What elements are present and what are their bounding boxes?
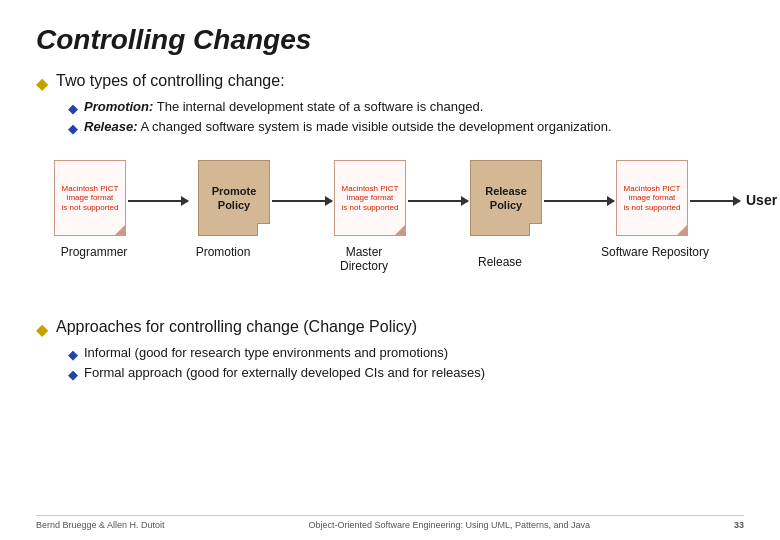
footer-center: Object-Oriented Software Engineering: Us… — [308, 520, 590, 530]
user-label: User — [746, 192, 777, 208]
slide: Controlling Changes ◆ Two types of contr… — [0, 0, 780, 540]
footer-right: 33 — [734, 520, 744, 530]
diamond-icon-2: ◆ — [36, 320, 48, 339]
sub-bullet-3-text: Informal (good for research type environ… — [84, 345, 448, 360]
sub-bullets-1: ◆ Promotion: The internal development st… — [68, 99, 744, 136]
release-policy-line1: Release — [485, 184, 527, 198]
bullet1-container: ◆ Two types of controlling change: — [36, 72, 744, 93]
diamond-icon-1: ◆ — [36, 74, 48, 93]
software-repo-label: Software Repository — [600, 245, 710, 259]
slide-title: Controlling Changes — [36, 24, 744, 56]
master-dir-label: Master Directory — [324, 245, 404, 273]
promotion-label: Promotion — [188, 245, 258, 259]
arrow-5 — [690, 200, 740, 202]
footer-left: Bernd Bruegge & Allen H. Dutoit — [36, 520, 165, 530]
sub-diamond-icon-3: ◆ — [68, 347, 78, 362]
promote-policy-line2: Policy — [218, 198, 250, 212]
bullet1-text: Two types of controlling change: — [56, 72, 285, 90]
promote-policy-box: Promote Policy — [198, 160, 270, 236]
sub-bullet-1-text: Promotion: The internal development stat… — [84, 99, 483, 114]
bullet2-container: ◆ Approaches for controlling change (Cha… — [36, 318, 744, 339]
sub-bullet-2: ◆ Release: A changed software system is … — [68, 119, 744, 136]
release-label: Release — [470, 255, 530, 269]
sub-bullet-3: ◆ Informal (good for research type envir… — [68, 345, 744, 362]
arrow-1 — [128, 200, 188, 202]
diagram: Programmer Macintosh PICT image format i… — [36, 150, 744, 310]
arrow-3 — [408, 200, 468, 202]
bottom-section: ◆ Approaches for controlling change (Cha… — [36, 318, 744, 382]
sub-bullet-4-text: Formal approach (good for externally dev… — [84, 365, 485, 380]
sub-diamond-icon-1: ◆ — [68, 101, 78, 116]
footer: Bernd Bruegge & Allen H. Dutoit Object-O… — [36, 515, 744, 530]
sub-bullet-4: ◆ Formal approach (good for externally d… — [68, 365, 744, 382]
sub-diamond-icon-2: ◆ — [68, 121, 78, 136]
doc-box-1: Macintosh PICT image format is not suppo… — [54, 160, 126, 236]
arrow-2 — [272, 200, 332, 202]
promote-policy-line1: Promote — [212, 184, 257, 198]
sub-bullets-2: ◆ Informal (good for research type envir… — [68, 345, 744, 382]
sub-bullet-1: ◆ Promotion: The internal development st… — [68, 99, 744, 116]
bullet2-text: Approaches for controlling change (Chang… — [56, 318, 417, 336]
doc-box-3: Macintosh PICT image format is not suppo… — [616, 160, 688, 236]
arrow-4 — [544, 200, 614, 202]
release-policy-line2: Policy — [490, 198, 522, 212]
release-policy-box: Release Policy — [470, 160, 542, 236]
programmer-label: Programmer — [54, 245, 134, 259]
sub-bullet-2-text: Release: A changed software system is ma… — [84, 119, 612, 134]
sub-diamond-icon-4: ◆ — [68, 367, 78, 382]
doc-box-2: Macintosh PICT image format is not suppo… — [334, 160, 406, 236]
diagram-inner: Programmer Macintosh PICT image format i… — [36, 150, 744, 310]
